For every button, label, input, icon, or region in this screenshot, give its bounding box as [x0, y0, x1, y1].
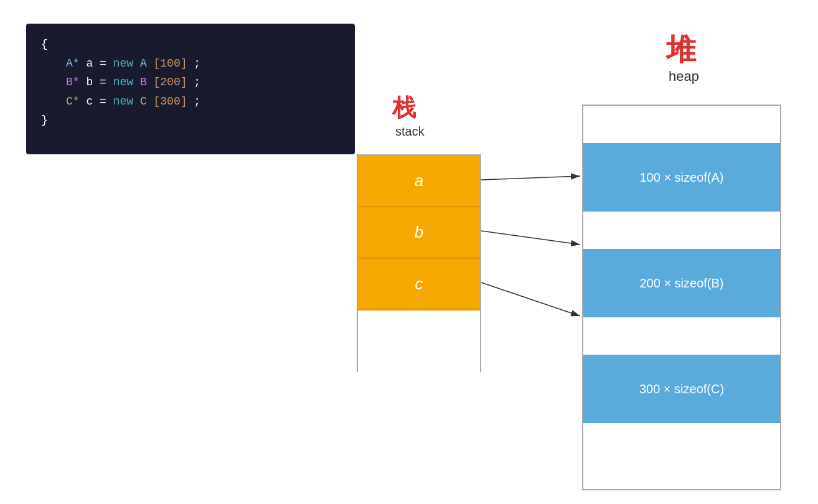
code-eq-a: =: [100, 57, 106, 70]
heap-box: 100 × sizeof(A) 200 × sizeof(B) 300 × si…: [582, 105, 781, 490]
code-var-b: b: [86, 76, 100, 88]
code-new-c: new: [113, 95, 140, 108]
code-class-b: B: [140, 76, 147, 88]
arrow-a: [481, 176, 580, 180]
code-new-b: new: [113, 76, 140, 88]
code-var-a: a: [86, 57, 100, 70]
code-size-b: [200]: [154, 76, 187, 88]
code-brace-close: }: [41, 114, 48, 126]
arrow-c: [481, 282, 580, 316]
heap-gap-top: [583, 106, 780, 143]
heap-gap-1: [583, 212, 780, 249]
code-type-c: C*: [66, 95, 80, 108]
code-var-c: c: [86, 95, 100, 108]
heap-cell-c: 300 × sizeof(C): [583, 355, 780, 423]
heap-cell-a: 100 × sizeof(A): [583, 143, 780, 212]
arrow-b: [481, 231, 580, 245]
stack-box: a b c: [357, 154, 481, 372]
stack-cell-c: c: [358, 259, 480, 310]
heap-label-en: heap: [669, 68, 699, 85]
stack-label-zh: 栈: [392, 92, 416, 124]
code-class-c: C: [140, 95, 147, 108]
stack-label-en: stack: [395, 124, 425, 139]
code-size-c: [300]: [154, 95, 187, 108]
code-eq-b: =: [100, 76, 106, 88]
stack-cell-empty: [358, 310, 480, 373]
code-new-a: new: [113, 57, 140, 70]
code-semi-c: ;: [194, 95, 200, 108]
code-eq-c: =: [100, 95, 106, 108]
heap-label-zh: 堆: [666, 30, 696, 70]
code-semi-b: ;: [194, 76, 200, 88]
code-panel: { A* a = new A [100] ; B* b = new B [200…: [26, 24, 355, 154]
code-size-a: [100]: [154, 57, 187, 70]
heap-cell-b: 200 × sizeof(B): [583, 249, 780, 317]
stack-cell-b: b: [358, 207, 480, 259]
code-type-a: A*: [66, 57, 80, 70]
stack-cell-a: a: [358, 156, 480, 207]
code-type-b: B*: [66, 76, 80, 88]
heap-gap-2: [583, 317, 780, 355]
code-brace-open: {: [41, 38, 48, 50]
code-semi-a: ;: [194, 57, 200, 70]
code-class-a: A: [140, 57, 147, 70]
